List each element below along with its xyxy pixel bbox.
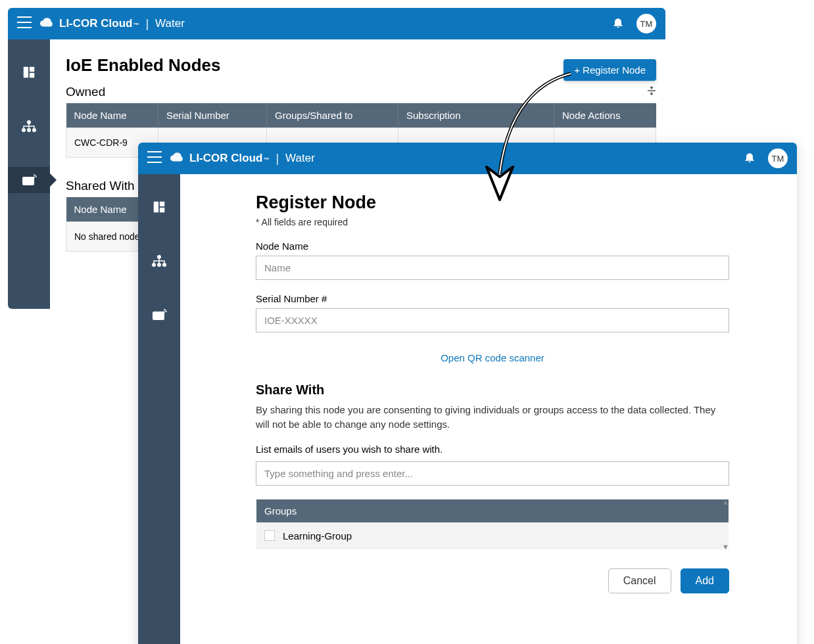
brand-separator: | <box>145 17 149 31</box>
network-icon <box>151 254 167 267</box>
device-icon <box>21 173 37 187</box>
svg-rect-7 <box>22 177 34 185</box>
brand-name: LI-COR Cloud™ <box>189 152 269 165</box>
svg-rect-1 <box>30 67 34 72</box>
topbar: LI-COR Cloud™ | Water TM <box>8 8 665 39</box>
add-button[interactable]: Add <box>681 568 729 593</box>
brand-logo-icon <box>170 150 184 168</box>
svg-rect-2 <box>30 73 34 78</box>
sidebar <box>138 174 180 644</box>
sidebar-item-dashboard[interactable] <box>138 194 180 220</box>
svg-point-5 <box>27 128 31 132</box>
svg-point-13 <box>157 263 161 267</box>
register-node-button[interactable]: + Register Node <box>563 59 656 81</box>
svg-point-12 <box>152 263 156 267</box>
dashboard-icon <box>22 65 36 80</box>
col-node-name: Node Name <box>66 103 158 128</box>
qr-scanner-link[interactable]: Open QR code scanner <box>441 352 544 363</box>
cancel-button[interactable]: Cancel <box>608 568 671 593</box>
sidebar-item-network[interactable] <box>138 248 180 274</box>
node-name-label: Node Name <box>256 241 729 252</box>
owned-section-title: Owned <box>66 82 105 102</box>
svg-point-14 <box>162 263 166 267</box>
group-label: Learning-Group <box>283 530 352 541</box>
col-serial: Serial Number <box>158 103 267 128</box>
network-icon <box>21 120 37 133</box>
topbar: LI-COR Cloud™ | Water TM <box>138 143 797 174</box>
avatar[interactable]: TM <box>636 14 656 34</box>
svg-point-4 <box>22 128 26 132</box>
avatar[interactable]: TM <box>768 149 788 168</box>
brand: LI-COR Cloud™ | Water <box>39 15 185 33</box>
col-groups: Groups/Shared to <box>267 103 398 128</box>
node-name-input[interactable] <box>256 256 729 280</box>
col-subscription: Subscription <box>398 103 554 128</box>
notifications-icon[interactable] <box>743 150 756 166</box>
table-header-row: Node Name Serial Number Groups/Shared to… <box>66 103 656 128</box>
col-actions: Node Actions <box>554 103 656 128</box>
scroll-up-icon[interactable]: ▲ <box>722 498 729 506</box>
menu-icon[interactable] <box>17 16 32 31</box>
svg-rect-0 <box>24 67 28 78</box>
brand-logo-icon <box>39 15 54 33</box>
required-note: * All fields are required <box>256 217 729 227</box>
register-form: Register Node * All fields are required … <box>180 174 797 644</box>
sidebar <box>8 39 50 309</box>
sidebar-item-nodes[interactable] <box>138 302 180 328</box>
scroll-down-icon[interactable]: ▼ <box>722 543 729 551</box>
brand-section: Water <box>285 152 315 165</box>
notifications-icon[interactable] <box>611 16 625 32</box>
serial-label: Serial Number # <box>256 293 729 304</box>
dashboard-icon <box>152 200 166 214</box>
svg-point-11 <box>157 255 161 259</box>
svg-rect-8 <box>154 202 158 213</box>
sidebar-item-nodes[interactable] <box>8 167 50 193</box>
collapse-icon[interactable] <box>647 86 656 98</box>
brand: LI-COR Cloud™ | Water <box>170 150 315 168</box>
groups-list: ▲ Groups Learning-Group ▼ <box>256 499 729 550</box>
svg-point-6 <box>32 128 36 132</box>
sidebar-item-network[interactable] <box>8 113 50 139</box>
svg-rect-10 <box>160 208 164 212</box>
menu-icon[interactable] <box>147 151 162 166</box>
brand-separator: | <box>275 152 279 166</box>
share-list-label: List emails of users you wish to share w… <box>256 444 729 455</box>
serial-input[interactable] <box>256 308 729 333</box>
brand-section: Water <box>155 17 185 30</box>
share-emails-input[interactable] <box>256 461 729 486</box>
share-description: By sharing this node you are consenting … <box>256 403 729 432</box>
sidebar-item-dashboard[interactable] <box>8 59 50 85</box>
brand-name: LI-COR Cloud™ <box>59 17 139 30</box>
svg-point-3 <box>27 120 31 124</box>
register-modal: LI-COR Cloud™ | Water TM Register Node *… <box>138 143 797 644</box>
svg-rect-9 <box>160 202 164 206</box>
device-icon <box>151 308 167 321</box>
share-heading: Share With <box>256 382 729 398</box>
group-checkbox[interactable] <box>264 530 275 541</box>
groups-header: Groups <box>256 499 729 522</box>
group-row[interactable]: Learning-Group <box>256 522 729 549</box>
svg-rect-15 <box>153 311 164 320</box>
register-title: Register Node <box>256 193 729 213</box>
